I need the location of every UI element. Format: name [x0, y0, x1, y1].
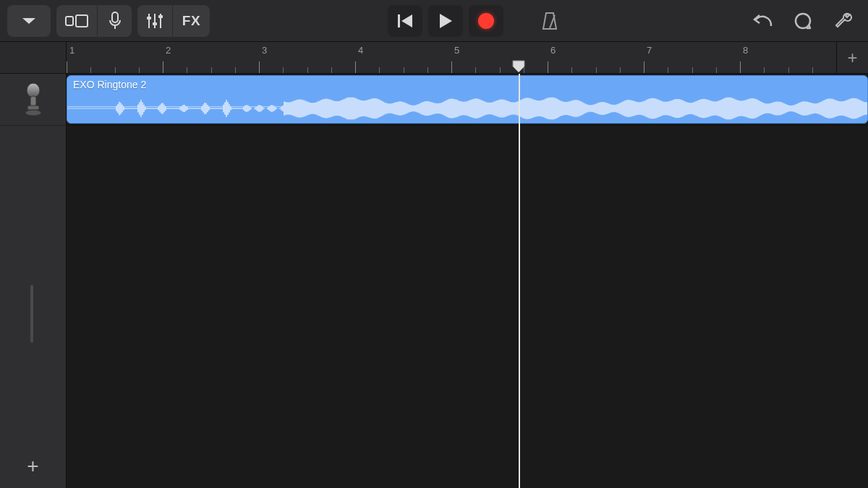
svg-rect-1: [76, 15, 88, 27]
svg-point-12: [796, 14, 810, 28]
record-button[interactable]: [469, 5, 503, 37]
track-view-icon: [65, 13, 88, 29]
add-track-button[interactable]: +: [0, 445, 66, 488]
tracks-area[interactable]: EXO Ringtone 2: [67, 74, 868, 488]
track-header-space: [0, 126, 66, 445]
mixer-fx-group: FX: [137, 5, 210, 37]
svg-rect-10: [398, 14, 400, 27]
plus-icon: +: [847, 48, 857, 68]
svg-rect-7: [147, 17, 151, 20]
record-icon: [478, 13, 494, 29]
metronome-button[interactable]: [532, 5, 567, 37]
mixer-button[interactable]: [137, 5, 172, 37]
track-row[interactable]: EXO Ringtone 2: [67, 74, 868, 126]
skip-back-icon: [396, 13, 414, 29]
rewind-button[interactable]: [388, 5, 422, 37]
track-header[interactable]: [0, 74, 66, 126]
toolbar: FX: [0, 0, 868, 42]
microphone-button[interactable]: [97, 5, 132, 37]
svg-line-11: [550, 15, 555, 28]
svg-rect-15: [27, 106, 39, 110]
fx-button[interactable]: FX: [172, 5, 210, 37]
waveform: [67, 96, 867, 116]
loop-icon: [793, 11, 813, 31]
undo-button[interactable]: [745, 5, 780, 37]
ruler-bar-number: 1: [69, 45, 75, 56]
add-section-button[interactable]: +: [836, 42, 868, 73]
playhead-handle[interactable]: [512, 60, 525, 73]
ruler-bar-number: 6: [550, 45, 556, 56]
ruler-gutter: [0, 42, 67, 73]
fx-label: FX: [182, 13, 200, 29]
svg-rect-0: [66, 17, 73, 25]
svg-point-13: [27, 83, 40, 98]
chevron-down-icon: [21, 16, 37, 26]
left-cluster: FX: [7, 5, 210, 37]
track-headers: +: [0, 74, 67, 488]
ruler-bar-number: 5: [454, 45, 459, 56]
right-cluster: [745, 5, 861, 37]
svg-rect-2: [112, 12, 118, 22]
settings-button[interactable]: [826, 5, 861, 37]
ruler-bar-number: 7: [647, 45, 652, 56]
ruler-bar-number: 2: [166, 45, 171, 56]
ruler-bar-number: 4: [358, 45, 363, 56]
microphone-track-icon: [21, 82, 46, 117]
ruler-bar-number: 8: [743, 45, 748, 56]
undo-icon: [752, 13, 773, 29]
timeline: + EXO Ringtone 2: [0, 74, 868, 488]
microphone-icon: [108, 12, 122, 30]
transport-controls: [388, 5, 503, 37]
audio-clip[interactable]: EXO Ringtone 2: [67, 75, 868, 124]
scroll-indicator[interactable]: [30, 285, 33, 343]
plus-icon: +: [27, 455, 38, 478]
timeline-ruler[interactable]: 12345678: [67, 42, 836, 73]
playhead[interactable]: [519, 74, 520, 488]
view-record-group: [56, 5, 132, 37]
ruler-bar-number: 3: [262, 45, 267, 56]
ruler-row: 12345678 +: [0, 42, 868, 74]
svg-rect-14: [30, 96, 36, 106]
loop-button[interactable]: [786, 5, 820, 37]
metronome-icon: [540, 11, 559, 31]
browser-dropdown-button[interactable]: [7, 5, 51, 37]
wrench-icon: [833, 11, 854, 31]
play-button[interactable]: [428, 5, 463, 37]
track-view-button[interactable]: [56, 5, 97, 37]
play-icon: [438, 13, 453, 29]
sliders-icon: [145, 12, 164, 30]
svg-rect-9: [158, 15, 163, 18]
svg-rect-8: [153, 22, 157, 25]
clip-label: EXO Ringtone 2: [73, 79, 146, 90]
svg-point-16: [25, 110, 41, 116]
